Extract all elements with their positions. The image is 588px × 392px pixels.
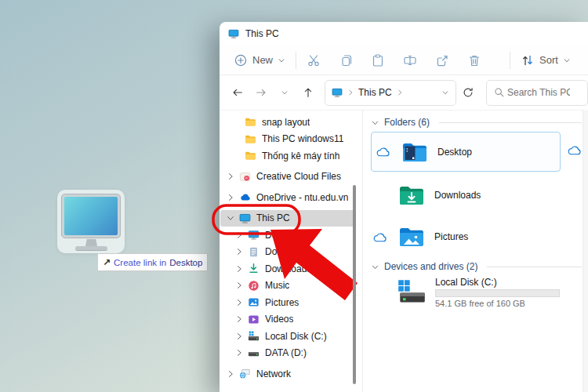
nav-item-downloads[interactable]: Downloads: [220, 260, 354, 278]
section-title: Folders (6): [384, 117, 430, 128]
nav-item-label: This PC: [256, 212, 290, 223]
window-title: This PC: [245, 28, 279, 39]
cloud-status-icon: [376, 147, 390, 157]
search-box[interactable]: [486, 80, 588, 106]
snap-layout-icon: [245, 116, 256, 128]
chevron-right-icon[interactable]: [234, 298, 244, 307]
new-button[interactable]: New: [234, 53, 285, 67]
nav-item-onedrive-ntu-edu-vn[interactable]: OneDrive - ntu.edu.vn: [220, 189, 354, 206]
chevron-right-icon[interactable]: [234, 332, 244, 341]
delete-icon[interactable]: [467, 53, 481, 67]
nav-item-label: Downloads: [265, 263, 311, 274]
pictures-icon: [248, 296, 260, 308]
nav-scrollbar[interactable]: [353, 185, 356, 384]
title-bar[interactable]: This PC: [220, 22, 588, 45]
chevron-right-icon[interactable]: [234, 247, 244, 256]
search-input[interactable]: [506, 86, 572, 99]
sort-icon: [521, 53, 535, 67]
recent-locations-button[interactable]: [273, 89, 296, 96]
folder-item-pictures[interactable]: Pictures: [368, 219, 588, 255]
this-pc-icon: [228, 28, 239, 39]
folder-name: Downloads: [434, 190, 481, 201]
toolbar-separator: [510, 52, 510, 69]
cut-icon[interactable]: [307, 53, 321, 67]
this-pc-icon: [239, 212, 251, 224]
this-pc-desktop-icon[interactable]: [57, 190, 125, 253]
nav-item-snap-layout[interactable]: snap layout: [220, 114, 354, 131]
local-disk-c-icon: [248, 330, 260, 342]
chevron-right-icon[interactable]: [226, 193, 235, 202]
downloads-icon: [248, 263, 260, 274]
main-pane: Folders (6)DesktopDownloadsPicturesDevic…: [368, 110, 588, 392]
downloads-folder-icon: [397, 181, 426, 209]
copy-icon[interactable]: [339, 53, 353, 67]
main-scrollbar[interactable]: [583, 110, 588, 392]
nav-item-th-ng-k-m-y-t-nh[interactable]: Thống kê máy tính: [220, 147, 354, 165]
chevron-right-icon[interactable]: [226, 369, 235, 379]
nav-item-network[interactable]: Network: [220, 365, 354, 383]
drive-detail: 54.1 GB free of 160 GB: [435, 299, 560, 308]
forward-button[interactable]: [249, 86, 273, 99]
back-button[interactable]: [226, 86, 249, 99]
section-header-folders-6[interactable]: Folders (6): [371, 116, 582, 129]
chevron-right-icon[interactable]: [234, 348, 244, 358]
cloud-status-icon: [373, 232, 387, 242]
refresh-button[interactable]: [456, 86, 480, 99]
address-dropdown-icon[interactable]: [441, 89, 449, 96]
cloud-status-icon: [568, 145, 582, 155]
chevron-down-icon[interactable]: [226, 213, 235, 223]
nav-item-this-pc-windows11[interactable]: This PC windows11: [220, 131, 354, 148]
nav-item-local-disk-c[interactable]: Local Disk (C:): [220, 328, 354, 345]
share-icon[interactable]: [435, 53, 449, 67]
navigation-pane: snap layoutThis PC windows11Thống kê máy…: [220, 110, 362, 392]
sort-button[interactable]: Sort: [521, 53, 571, 67]
nav-item-music[interactable]: Music: [220, 278, 354, 295]
toolbar-icon-group: [307, 53, 499, 67]
folder-name: Desktop: [437, 147, 472, 158]
chevron-right-icon[interactable]: [234, 314, 244, 324]
paste-icon[interactable]: [371, 53, 385, 67]
chevron-right-icon[interactable]: [234, 281, 244, 290]
tooltip-action-text: Create link in: [114, 258, 166, 267]
address-field[interactable]: This PC: [325, 80, 456, 106]
drive-item-local-disk-c[interactable]: Local Disk (C:)54.1 GB free of 160 GB: [368, 276, 588, 309]
nav-item-label: Network: [256, 368, 291, 379]
search-icon: [493, 86, 506, 99]
chevron-right-icon[interactable]: [234, 264, 244, 274]
nav-item-creative-cloud-files[interactable]: Creative Cloud Files: [220, 169, 354, 186]
breadcrumb-chevron-icon: [396, 89, 404, 96]
chevron-right-icon[interactable]: [226, 172, 235, 181]
creative-cloud-files-icon: [239, 171, 251, 183]
chevron-right-icon[interactable]: [234, 230, 244, 240]
folder-item-desktop[interactable]: Desktop: [371, 132, 561, 172]
chevron-down-icon: [278, 56, 285, 64]
folder-item-downloads[interactable]: Downloads: [368, 177, 588, 213]
nav-item-label: OneDrive - ntu.edu.vn: [256, 192, 348, 203]
nav-item-documents[interactable]: Documents: [220, 244, 354, 261]
nav-item-desktop[interactable]: Desktop: [220, 227, 354, 244]
onedrive-ntu-edu-vn-icon: [239, 191, 251, 203]
drag-tooltip: ↗ Create link in Desktop: [97, 253, 208, 271]
nav-item-label: Pictures: [265, 297, 299, 308]
desktop-icon: [248, 229, 260, 241]
desktop-folder-icon: [401, 138, 429, 166]
nav-item-videos[interactable]: Videos: [220, 311, 354, 328]
section-rule: [439, 122, 582, 123]
local-disk-c-icon: [395, 276, 428, 309]
nav-item-pictures[interactable]: Pictures: [220, 294, 354, 311]
up-button[interactable]: [296, 86, 320, 99]
nav-item-label: Local Disk (C:): [265, 331, 327, 342]
drive-usage-bar: [435, 289, 560, 297]
section-header-devices-and-drives-2[interactable]: Devices and drives (2): [371, 260, 582, 273]
nav-item-label: Music: [265, 280, 289, 291]
nav-item-label: Thống kê máy tính: [262, 151, 339, 162]
breadcrumb[interactable]: This PC: [358, 87, 392, 98]
this-pc-icon: [332, 87, 343, 98]
breadcrumb-chevron-icon: [347, 89, 354, 96]
folder-name: Pictures: [434, 231, 468, 242]
rename-icon[interactable]: [403, 53, 417, 67]
new-label: New: [252, 54, 273, 66]
nav-item-data-d[interactable]: DATA (D:): [220, 345, 354, 362]
nav-item-this-pc[interactable]: This PC: [220, 210, 354, 227]
music-icon: [248, 280, 260, 292]
